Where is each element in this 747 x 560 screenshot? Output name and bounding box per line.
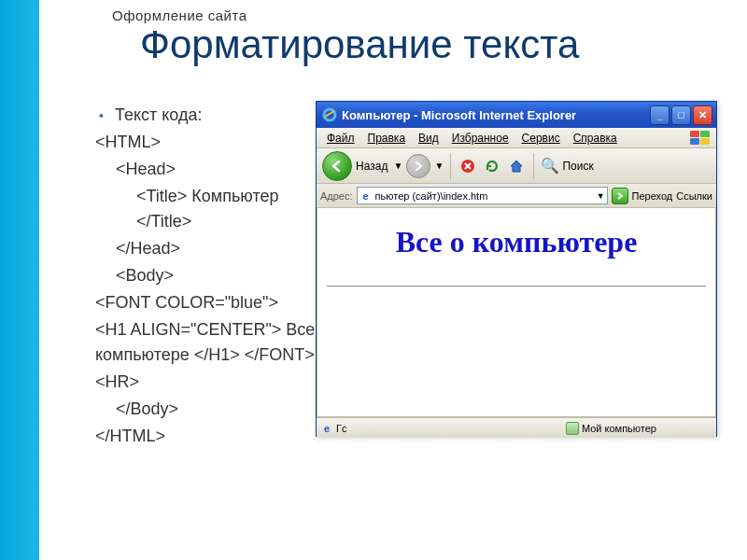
arrow-right-icon [615,191,625,201]
page-heading: Все о компьютере [327,225,706,259]
minimize-button[interactable]: _ [650,105,669,125]
code-line: <H1 ALIGN="CENTER"> Все о компьютере </H… [95,317,338,368]
ie-app-icon [322,107,337,122]
forward-dropdown-icon[interactable]: ▼ [434,161,444,171]
address-label: Адрес: [320,190,353,202]
code-line: <Title> Компьютер </Title> [95,184,338,234]
window-title: Компьютер - Microsoft Internet Explorer [342,108,650,122]
stop-button[interactable] [458,156,478,176]
menu-help[interactable]: Справка [567,130,624,147]
maximize-button[interactable]: □ [671,105,691,125]
address-dropdown-icon[interactable]: ▼ [597,191,605,201]
forward-button[interactable] [406,154,430,178]
arrow-right-icon [413,161,424,172]
code-line: <HR> [95,370,338,395]
page-hr [327,286,706,287]
search-label: Поиск [562,160,593,173]
slide-pretitle: Оформление сайта [112,7,247,23]
address-bar: Адрес: e пьютер (сайт)\index.htm ▼ Перех… [317,184,716,208]
page-ie-icon: e [359,189,373,203]
code-line: <HTML> [95,130,338,155]
arrow-left-icon [331,160,344,173]
menu-edit[interactable]: Правка [361,130,413,147]
zone-label: Мой компьютер [582,423,656,434]
refresh-button[interactable] [482,156,502,176]
close-button[interactable]: ✕ [693,105,712,125]
address-input[interactable]: e пьютер (сайт)\index.htm ▼ [357,187,608,204]
search-button[interactable]: 🔍 Поиск [541,157,593,175]
code-line: <Body> [95,263,338,288]
code-line: </Body> [95,397,338,422]
bullet-icon: • [99,106,104,126]
code-listing: • Текст кода: <HTML> <Head> <Title> Комп… [95,103,338,451]
search-icon: 🔍 [541,157,559,175]
windows-logo-icon [690,130,712,147]
page-content: Все о компьютере [317,208,716,417]
titlebar[interactable]: Компьютер - Microsoft Internet Explorer … [317,102,716,128]
bullet-label: Текст кода: [115,103,203,128]
ie-window: Компьютер - Microsoft Internet Explorer … [316,101,717,437]
code-line: </Head> [95,236,338,261]
zone-icon [566,422,579,435]
status-text: Гс [336,423,346,434]
code-line: </HTML> [95,424,338,449]
menubar: Файл Правка Вид Избранное Сервис Справка [317,128,716,148]
slide-title: Форматирование текста [140,22,579,67]
menu-view[interactable]: Вид [412,130,445,147]
address-value: пьютер (сайт)\index.htm [375,190,488,202]
links-label[interactable]: Ссылки [676,190,712,202]
menu-favorites[interactable]: Избранное [445,130,515,147]
code-line: <Head> [95,157,338,182]
go-button[interactable] [612,188,628,204]
back-dropdown-icon[interactable]: ▼ [393,161,402,171]
menu-file[interactable]: Файл [320,130,361,147]
go-label: Переход [632,190,673,202]
back-label: Назад [356,160,388,173]
status-bar: e Гс Мой компьютер [317,417,716,438]
slide-accent-strip [0,0,39,560]
toolbar-separator [450,153,451,179]
toolbar: Назад ▼ ▼ 🔍 Поиск [317,148,716,184]
home-button[interactable] [506,156,527,176]
menu-tools[interactable]: Сервис [515,130,567,147]
status-ie-icon: e [320,422,333,435]
code-line: <FONT COLOR="blue"> [95,290,338,315]
back-button[interactable] [322,151,352,181]
toolbar-separator [533,153,534,179]
